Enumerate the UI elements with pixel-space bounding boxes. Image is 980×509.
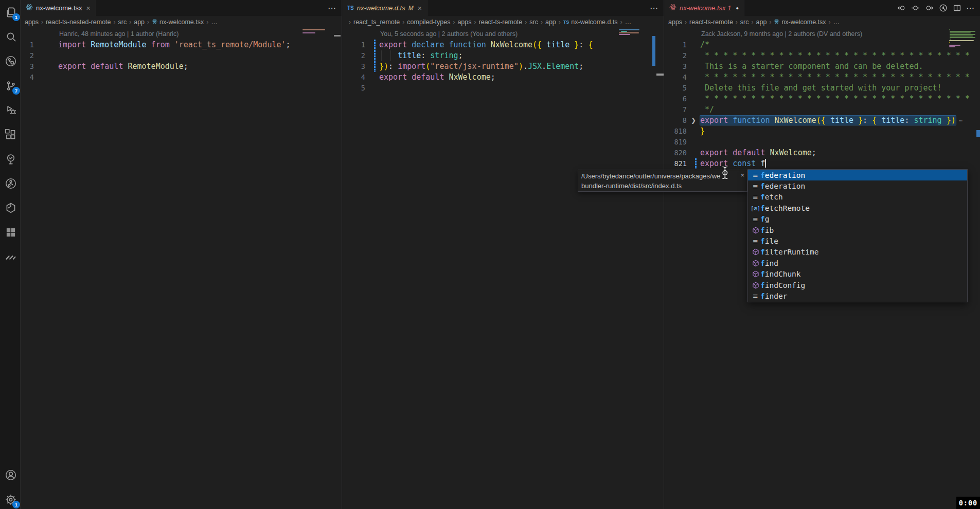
code-line[interactable]: export default NxWelcome; (379, 72, 495, 83)
activity-bar-item-settings[interactable]: 1 (4, 493, 17, 506)
code-line[interactable]: * * * * * * * * * * * * * * * * * * * * … (700, 72, 970, 83)
breadcrumb-item[interactable]: react-ts-remote (689, 19, 733, 26)
open-changes-icon[interactable] (911, 3, 920, 13)
activity-bar-item-commit-graph[interactable] (4, 177, 17, 190)
breadcrumb-item[interactable]: apps (668, 19, 682, 26)
code-line[interactable]: export const f (700, 158, 766, 169)
suggestion-item[interactable]: ≡fg (748, 214, 967, 225)
suggestion-item[interactable]: ≡fetch (748, 192, 967, 203)
activity-bar-item-explorer[interactable]: 1 (4, 6, 17, 19)
scrollbar-indicator[interactable] (334, 35, 341, 37)
line-number: 2 (667, 50, 687, 61)
fold-collapsed-icon[interactable]: ❯ (691, 115, 696, 126)
breadcrumb-item[interactable]: src (529, 19, 538, 26)
breadcrumb-item[interactable]: app (134, 19, 145, 26)
activity-bar-item-tree-check[interactable] (4, 153, 17, 166)
popup-close-icon[interactable]: × (740, 171, 744, 179)
tab-nx-welcome.tsx-1[interactable]: nx-welcome.tsx 1● (664, 0, 744, 16)
code-token: . (523, 62, 528, 71)
scrollbar-indicator[interactable] (656, 74, 664, 76)
breadcrumb-item[interactable]: apps (25, 19, 39, 26)
suggestion-item[interactable]: fib (748, 225, 967, 235)
activity-bar-item-grid[interactable] (4, 226, 17, 239)
code-line[interactable]: export default NxWelcome; (700, 148, 816, 158)
code-area[interactable]: Hanric, 48 minutes ago | 1 author (Hanri… (21, 28, 342, 509)
activity-bar-item-run-debug[interactable] (4, 103, 17, 117)
modified-gutter-indicator (695, 158, 697, 169)
code-line[interactable]: }): import("react/jsx-runtime").JSX.Elem… (379, 61, 583, 72)
breadcrumb-item[interactable]: react-ts-nested-remote (46, 19, 111, 26)
suggestion-item[interactable]: ≡finder (748, 290, 967, 301)
suggestion-item[interactable]: find (748, 258, 967, 268)
code-line[interactable]: export default RemoteModule; (58, 61, 188, 72)
tab-nx-welcome.tsx[interactable]: nx-welcome.tsx× (21, 0, 96, 16)
breadcrumb-label: apps (457, 19, 471, 26)
suggestion-item[interactable]: ≡file (748, 235, 967, 246)
breadcrumb-item[interactable]: nx-welcome.tsx (152, 19, 204, 26)
group-divider (664, 0, 664, 509)
file-type-react-icon (669, 4, 676, 13)
activity-bar-item-hexagon[interactable] (4, 202, 17, 215)
suggestion-item[interactable]: ≡federation (748, 170, 967, 180)
breadcrumb-item[interactable]: … (833, 19, 840, 26)
breadcrumb: apps›react-ts-nested-remote›src›app›nx-w… (21, 16, 342, 28)
breadcrumb-item[interactable]: apps (457, 19, 471, 26)
activity-bar-item-source-control[interactable]: 7 (4, 79, 17, 93)
activity-bar-item-account[interactable] (4, 468, 17, 482)
more-actions-icon[interactable]: ⋯ (650, 6, 658, 11)
code-area[interactable]: You, 5 seconds ago | 2 authors (You and … (342, 28, 664, 509)
breadcrumb-label: apps (668, 19, 682, 26)
suggestion-item[interactable]: filterRuntime (748, 247, 967, 258)
activity-bar-item-gitlens-inspect[interactable] (4, 54, 17, 68)
line-number: 8 (667, 115, 687, 126)
prev-revision-icon[interactable] (897, 3, 906, 13)
code-line[interactable]: This is a starter component and can be d… (700, 61, 923, 72)
code-line[interactable]: /* (700, 40, 709, 50)
file-type-react-icon (26, 4, 33, 13)
breadcrumb-item[interactable]: app (756, 19, 767, 26)
code-line[interactable]: */ (700, 104, 714, 115)
fold-ellipsis[interactable]: ⋯ (959, 117, 963, 124)
suggestion-match: f (760, 204, 765, 212)
code-token: from (147, 40, 174, 49)
code-line[interactable]: export declare function NxWelcome({ titl… (379, 40, 593, 50)
code-line[interactable]: title: string; (379, 50, 463, 61)
breadcrumb-item[interactable]: compiled-types (407, 19, 450, 26)
split-editor-icon[interactable] (952, 3, 962, 13)
suggestion-item[interactable]: ≡federation (748, 180, 967, 191)
file-history-icon[interactable] (938, 3, 948, 13)
breadcrumb-item[interactable]: src (740, 19, 749, 26)
breadcrumb-item[interactable]: … (625, 19, 632, 26)
suggestion-rest: ederation (765, 182, 806, 190)
code-token: 'react_ts_remote/Module' (174, 40, 286, 49)
code-token: export default (379, 72, 449, 82)
activity-bar-item-zigzag[interactable] (4, 250, 17, 264)
code-token: ) (519, 62, 523, 71)
suggestion-item[interactable]: findConfig (748, 280, 967, 290)
suggestion-item[interactable]: [∅]fetchRemote (748, 203, 967, 213)
code-line[interactable]: } (700, 126, 705, 137)
breadcrumb-item[interactable]: … (211, 19, 218, 26)
more-actions-icon[interactable]: ⋯ (966, 6, 975, 11)
breadcrumb-item[interactable]: react-ts-remote (479, 19, 523, 26)
tab-nx-welcome.d.ts[interactable]: TSnx-welcome.d.tsM× (342, 0, 427, 16)
minimap-line (619, 32, 639, 33)
activity-bar-item-search[interactable] (4, 30, 17, 44)
activity-bar-item-extensions[interactable] (4, 128, 17, 141)
breadcrumb-item[interactable]: react_ts_remote (353, 19, 400, 26)
more-actions-icon[interactable]: ⋯ (328, 6, 336, 11)
breadcrumb-item[interactable]: src (118, 19, 127, 26)
code-line[interactable]: Delete this file and get started with yo… (700, 83, 942, 94)
code-line[interactable]: * * * * * * * * * * * * * * * * * * * * … (700, 94, 970, 104)
suggestion-item[interactable]: findChunk (748, 269, 967, 280)
breadcrumb-item[interactable]: TSnx-welcome.d.ts (563, 19, 618, 26)
tab-close-icon[interactable]: × (86, 4, 91, 12)
code-line[interactable]: export function NxWelcome({ title }: { t… (700, 115, 963, 126)
code-line[interactable]: import RemoteModule from 'react_ts_remot… (58, 40, 291, 50)
breadcrumb-separator: › (559, 19, 561, 26)
breadcrumb-item[interactable]: app (545, 19, 556, 26)
code-line[interactable]: * * * * * * * * * * * * * * * * * * * * … (700, 50, 970, 61)
breadcrumb-item[interactable]: nx-welcome.tsx (774, 19, 826, 26)
tab-close-icon[interactable]: × (418, 4, 422, 12)
next-revision-icon[interactable] (924, 3, 934, 13)
